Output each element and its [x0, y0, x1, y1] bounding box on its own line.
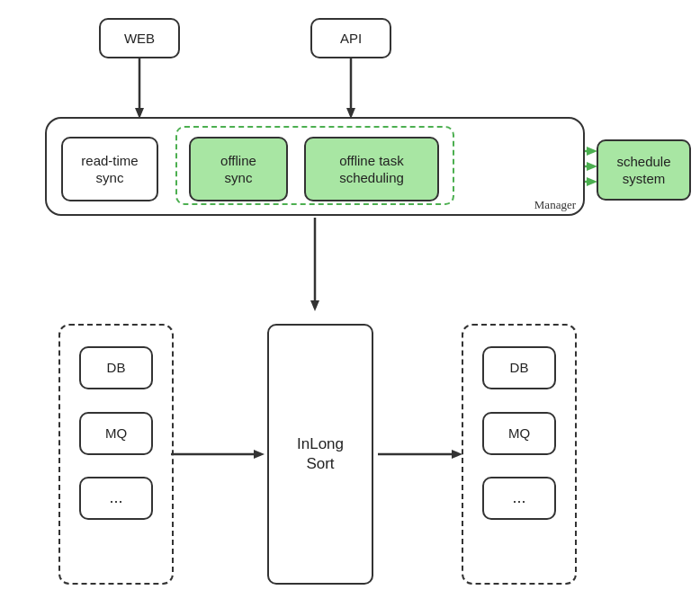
svg-marker-5 [310, 300, 319, 311]
manager-label: Manager [534, 198, 576, 212]
web-box: WEB [99, 18, 180, 58]
api-box: API [310, 18, 391, 58]
dots-left-box: ... [79, 477, 153, 520]
offline-sync-box: offline sync [189, 137, 288, 201]
offline-task-box: offline task scheduling [304, 137, 439, 201]
dots-right-box: ... [482, 477, 556, 520]
svg-marker-7 [254, 450, 265, 459]
mq-right-box: MQ [482, 412, 556, 455]
diagram: WEB API Manager read-time sync offline s… [0, 0, 700, 608]
db-left-box: DB [79, 346, 153, 389]
realtime-sync-box: read-time sync [61, 137, 158, 201]
db-right-box: DB [482, 346, 556, 389]
inlong-sort-box: InLong Sort [267, 324, 373, 585]
schedule-system-box: schedule system [597, 139, 691, 201]
mq-left-box: MQ [79, 412, 153, 455]
